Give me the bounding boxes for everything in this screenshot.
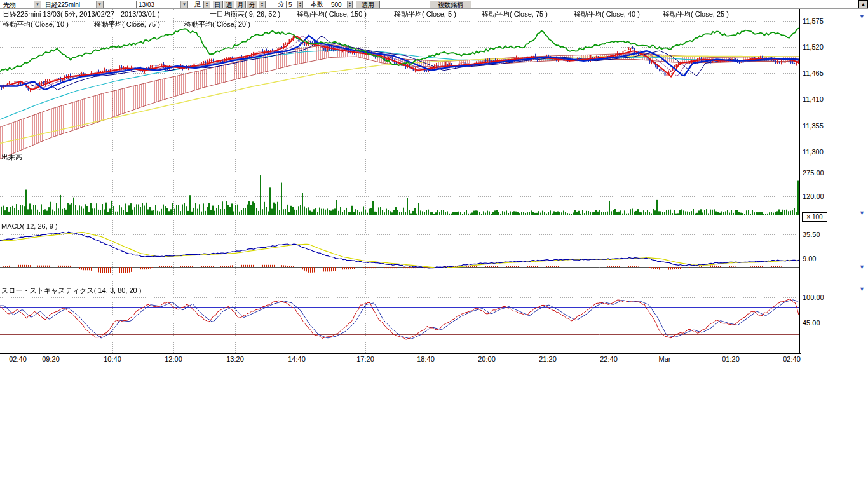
- legend-item[interactable]: 移動平均( Close, 75 ): [94, 20, 160, 29]
- spinner-down-icon[interactable]: ▼: [261, 4, 264, 8]
- symbol-value: 日経225mini: [45, 1, 80, 8]
- price-axis-label: 11,465: [803, 69, 824, 77]
- apply-button[interactable]: 適用: [356, 1, 380, 8]
- macd-axis-label: 9.00: [803, 255, 816, 262]
- minute-label: 分: [278, 1, 284, 8]
- period-button-1[interactable]: 日: [212, 1, 223, 8]
- time-axis-label: 02:40: [783, 355, 801, 363]
- period-button-4[interactable]: 分: [247, 1, 257, 8]
- multi-symbol-button[interactable]: 複数銘柄: [430, 1, 471, 8]
- scroll-up-button[interactable]: ▲: [858, 0, 868, 8]
- time-axis-label: 02:40: [9, 355, 27, 363]
- period-spinner[interactable]: ▲ ▼: [259, 1, 266, 8]
- bar-count-value: 500: [331, 1, 342, 8]
- legend-item[interactable]: 日経225mini 13/03( 5分, 2013/02/27 - 2013/0…: [3, 10, 160, 19]
- legend-item[interactable]: 一目均衡表( 9, 26, 52 ): [210, 10, 280, 19]
- volume-multiplier-badge: × 100: [802, 212, 827, 222]
- time-axis-label: Mar: [659, 355, 671, 363]
- minute-value: 5: [288, 1, 292, 8]
- legend-item[interactable]: 移動平均( Close, 75 ): [482, 10, 548, 19]
- bar-type-label: 足: [194, 1, 201, 8]
- period-button-2[interactable]: 週: [224, 1, 234, 8]
- chart-canvas[interactable]: [0, 0, 801, 355]
- stoch-axis-label: 45.00: [803, 319, 820, 327]
- time-axis-label: 10:40: [104, 355, 121, 363]
- legend-item[interactable]: 移動平均( Close, 20 ): [184, 20, 250, 29]
- time-axis-label: 01:20: [722, 355, 740, 363]
- contract-month-value: 13/03: [139, 1, 154, 8]
- spinner-icons[interactable]: ▲▼: [297, 1, 302, 8]
- time-axis-label: 09:20: [42, 355, 60, 363]
- time-axis-label: 12:00: [165, 355, 182, 363]
- legend-item[interactable]: 移動平均( Close, 150 ): [297, 10, 367, 19]
- price-axis-label: 11,300: [803, 148, 824, 156]
- volume-section-label: 出来高: [1, 152, 22, 162]
- time-axis-label: 14:40: [288, 355, 306, 363]
- legend-item[interactable]: 移動平均( Close, 5 ): [394, 10, 456, 19]
- scroll-up-icon: ▲: [861, 2, 865, 6]
- chevron-down-icon[interactable]: ▼: [34, 1, 41, 8]
- time-axis-label: 20:00: [478, 355, 496, 363]
- price-axis-label: 11,520: [803, 43, 824, 51]
- bar-count-input[interactable]: 500 ▲▼: [329, 1, 353, 8]
- pane-resize-handle[interactable]: ▼: [859, 210, 865, 216]
- macd-section-label: MACD( 12, 26, 9 ): [1, 222, 58, 230]
- contract-month-select[interactable]: 13/03 ▼: [136, 1, 188, 8]
- minute-input[interactable]: 5 ▲▼: [286, 1, 303, 8]
- spinner-icons[interactable]: ▲▼: [347, 1, 352, 8]
- chevron-down-icon[interactable]: ▼: [180, 1, 187, 8]
- stoch-axis-label: 100.00: [803, 294, 824, 301]
- pane-resize-handle[interactable]: ▼: [859, 14, 865, 20]
- volume-axis-label: 120.00: [803, 193, 824, 200]
- spinner-down-icon: ▼: [348, 4, 351, 8]
- legend-item[interactable]: 移動平均( Close, 25 ): [663, 10, 729, 19]
- pane-resize-handle[interactable]: ▼: [859, 287, 865, 292]
- pane-resize-handle[interactable]: ▼: [859, 264, 865, 270]
- stochastics-section-label: スロー・ストキャスティクス( 14, 3, 80, 20 ): [1, 286, 141, 295]
- spinner-down-icon: ▼: [299, 4, 302, 8]
- bar-multiplier-spinner[interactable]: ▲ ▼: [203, 1, 210, 8]
- legend-item[interactable]: 移動平均( Close, 10 ): [3, 20, 69, 29]
- toolbar: 先物 ▼ 日経225mini ▼ 13/03 ▼ 足 ▲ ▼ ▲ ▼ 分 5 ▲…: [0, 0, 868, 9]
- chevron-down-icon[interactable]: ▼: [96, 1, 103, 8]
- time-axis-label: 17:20: [356, 355, 374, 363]
- symbol-select[interactable]: 日経225mini ▼: [43, 1, 104, 8]
- bar-count-label: 本数: [311, 1, 323, 8]
- volume-axis-label: 275.00: [803, 169, 824, 177]
- price-axis-label: 11,575: [803, 17, 824, 25]
- legend-item[interactable]: 移動平均( Close, 40 ): [574, 10, 640, 19]
- period-button-3[interactable]: 月: [235, 1, 246, 8]
- instrument-type-value: 先物: [3, 1, 16, 8]
- spinner-down-icon[interactable]: ▼: [205, 4, 208, 8]
- macd-axis-label: 35.50: [803, 231, 820, 238]
- time-axis-label: 13:20: [226, 355, 244, 363]
- price-axis-label: 11,410: [803, 95, 824, 103]
- time-axis-label: 21:20: [539, 355, 557, 363]
- time-axis-label: 18:40: [417, 355, 435, 363]
- price-axis-label: 11,355: [803, 122, 824, 130]
- app-window: 先物 ▼ 日経225mini ▼ 13/03 ▼ 足 ▲ ▼ ▲ ▼ 分 5 ▲…: [0, 0, 868, 488]
- instrument-type-select[interactable]: 先物 ▼: [1, 1, 41, 8]
- window-edge: [867, 0, 867, 220]
- time-axis-label: 22:40: [600, 355, 618, 363]
